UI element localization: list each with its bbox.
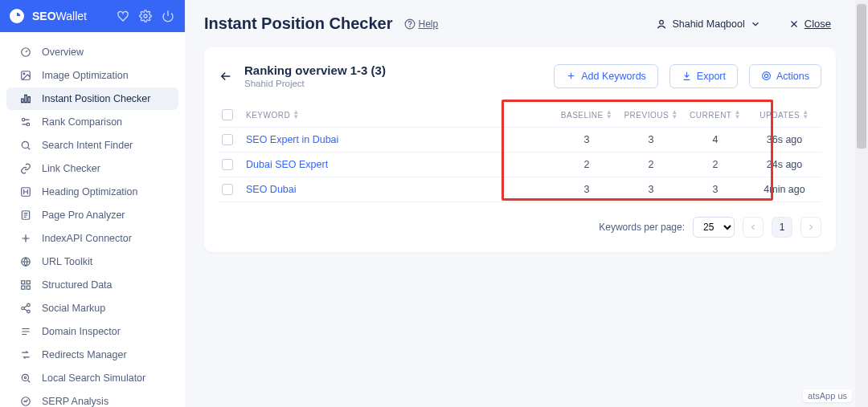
table-header: KEYWORD▲▼ BASELINE▲▼ PREVIOUS▲▼ CURRENT▲… (219, 103, 821, 128)
sidebar-item-label: Overview (42, 47, 84, 58)
heading-icon (19, 185, 32, 198)
api-icon (19, 232, 32, 245)
pager-prev[interactable] (743, 217, 764, 238)
cell-current: 2 (683, 159, 747, 170)
svg-point-16 (27, 303, 31, 307)
table-row: SEO Dubai 3 3 3 4min ago (219, 177, 821, 202)
add-keywords-label: Add Keywords (581, 71, 646, 82)
sidebar-item-structured-data[interactable]: Structured Data (6, 274, 178, 296)
sidebar-item-search-intent-finder[interactable]: Search Intent Finder (6, 134, 178, 157)
cell-updates: 24s ago (747, 159, 821, 170)
sidebar-item-redirects-manager[interactable]: Redirects Manager (6, 344, 178, 366)
svg-rect-13 (27, 281, 30, 284)
power-icon[interactable] (161, 9, 175, 23)
image-icon (19, 69, 32, 82)
brand-logo-icon (10, 9, 24, 23)
sidebar-item-label: SERP Analysis (42, 396, 108, 407)
sidebar-item-label: Structured Data (42, 279, 113, 291)
analysis-icon (19, 395, 32, 407)
cell-current: 3 (683, 184, 747, 195)
sidebar-item-label: IndexAPI Connector (42, 233, 132, 244)
sidebar-item-indexapi-connector[interactable]: IndexAPI Connector (6, 227, 178, 250)
keyword-link[interactable]: Dubai SEO Expert (246, 159, 555, 170)
whatsapp-float[interactable]: atsApp us (803, 389, 852, 402)
scrollbar-thumb[interactable] (857, 4, 866, 149)
list-icon (19, 325, 32, 338)
row-checkbox[interactable] (222, 134, 233, 145)
col-keyword[interactable]: KEYWORD▲▼ (246, 110, 555, 120)
cell-updates: 36s ago (747, 134, 821, 145)
sidebar-item-social-markup[interactable]: Social Markup (6, 297, 178, 319)
card-title: Ranking overview 1-3 (3) (244, 63, 386, 77)
sidebar-item-label: Local Search Simulator (42, 372, 145, 384)
link-icon (19, 162, 32, 175)
download-icon (682, 71, 692, 81)
keyword-table: KEYWORD▲▼ BASELINE▲▼ PREVIOUS▲▼ CURRENT▲… (219, 103, 821, 202)
col-current[interactable]: CURRENT▲▼ (683, 110, 747, 120)
col-updates[interactable]: UPDATES▲▼ (747, 110, 821, 120)
export-label: Export (697, 71, 726, 82)
svg-point-25 (763, 72, 771, 80)
keyword-link[interactable]: SEO Expert in Dubai (246, 134, 555, 145)
sidebar-item-instant-position-checker[interactable]: Instant Position Checker (6, 88, 178, 110)
user-menu[interactable]: Shahid Maqbool (656, 18, 760, 30)
svg-point-18 (27, 310, 31, 313)
sidebar-item-label: Search Intent Finder (42, 140, 133, 151)
actions-button[interactable]: Actions (749, 64, 821, 88)
select-all-checkbox[interactable] (222, 109, 233, 120)
svg-rect-15 (27, 286, 30, 289)
pagination: Keywords per page: 25 1 (219, 217, 821, 238)
pager-page-current[interactable]: 1 (772, 217, 792, 238)
heart-icon[interactable] (116, 9, 130, 23)
sidebar-item-image-optimization[interactable]: Image Optimization (6, 64, 178, 87)
redirect-icon (19, 348, 32, 361)
help-icon (404, 18, 416, 30)
svg-point-6 (27, 123, 30, 126)
row-checkbox[interactable] (222, 159, 233, 170)
sidebar-item-overview[interactable]: Overview (6, 41, 178, 63)
back-button[interactable] (219, 69, 233, 83)
close-link[interactable]: Close (788, 18, 831, 30)
window-scrollbar[interactable] (855, 0, 868, 407)
brand-bar: SEOWallet (0, 0, 185, 32)
actions-label: Actions (776, 71, 809, 82)
gear-icon[interactable] (138, 9, 153, 23)
sidebar-item-heading-optimization[interactable]: Heading Optimization (6, 181, 178, 203)
svg-point-23 (409, 26, 410, 26)
col-previous[interactable]: PREVIOUS▲▼ (619, 110, 683, 120)
col-baseline[interactable]: BASELINE▲▼ (555, 110, 619, 120)
sidebar-item-serp-analysis[interactable]: SERP Analysis (6, 390, 178, 407)
export-button[interactable]: Export (669, 64, 738, 88)
help-link[interactable]: Help (404, 18, 439, 30)
page-icon (19, 209, 32, 222)
per-page-select[interactable]: 25 (693, 217, 735, 238)
pager-next[interactable] (800, 217, 821, 238)
row-checkbox[interactable] (222, 184, 233, 195)
sidebar-item-url-toolkit[interactable]: URL Toolkit (6, 250, 178, 273)
svg-point-7 (22, 141, 28, 148)
compare-icon (19, 116, 32, 128)
table-row: SEO Expert in Dubai 3 3 4 36s ago (219, 128, 821, 153)
sidebar-item-rank-comparison[interactable]: Rank Comparison (6, 111, 178, 133)
svg-point-4 (23, 73, 25, 75)
keyword-link[interactable]: SEO Dubai (246, 184, 555, 195)
sidebar-item-domain-inspector[interactable]: Domain Inspector (6, 320, 178, 343)
svg-point-10 (25, 238, 27, 239)
sidebar-item-local-search-simulator[interactable]: Local Search Simulator (6, 367, 178, 389)
cell-updates: 4min ago (747, 184, 821, 195)
help-label: Help (419, 18, 439, 30)
cell-baseline: 2 (555, 159, 619, 170)
sidebar-item-page-pro-analyzer[interactable]: Page Pro Analyzer (6, 204, 178, 226)
close-icon (788, 18, 800, 30)
cell-previous: 2 (619, 159, 683, 170)
add-keywords-button[interactable]: Add Keywords (554, 64, 658, 88)
sidebar-item-label: URL Toolkit (42, 256, 92, 267)
sidebar-item-link-checker[interactable]: Link Checker (6, 157, 178, 180)
sidebar-item-label: Image Optimization (42, 70, 129, 81)
card-subtitle: Shahid Project (244, 79, 386, 88)
close-label: Close (805, 18, 831, 30)
search-icon (19, 139, 32, 152)
brand-name: SEOWallet (32, 10, 87, 22)
per-page-label: Keywords per page: (599, 222, 685, 233)
svg-point-26 (764, 74, 768, 77)
